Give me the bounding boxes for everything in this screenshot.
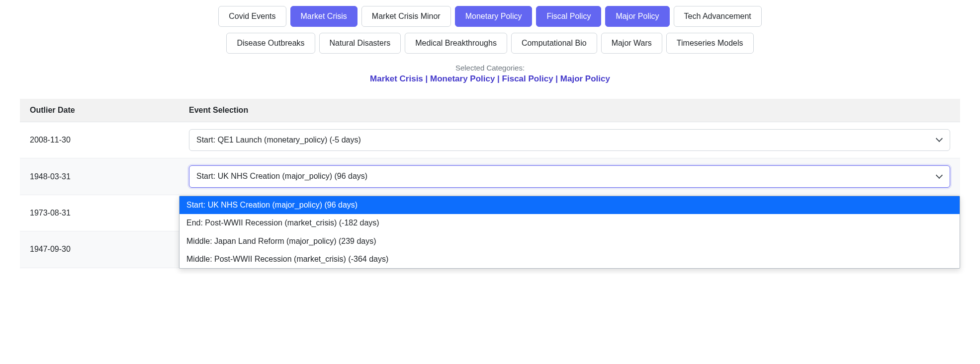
- table-row: 2008-11-30Start: QE1 Launch (monetary_po…: [20, 122, 960, 158]
- table-row: 1948-03-31Start: UK NHS Creation (major_…: [20, 158, 960, 195]
- header-outlier-date: Outlier Date: [20, 99, 179, 122]
- event-select-value: Start: QE1 Launch (monetary_policy) (-5 …: [196, 136, 361, 144]
- outlier-date-cell: 2008-11-30: [20, 122, 179, 158]
- selected-summary-values: Market Crisis | Monetary Policy | Fiscal…: [20, 74, 960, 84]
- outlier-table-body: 2008-11-30Start: QE1 Launch (monetary_po…: [20, 122, 960, 268]
- event-selection-cell: Start: UK NHS Creation (major_policy) (9…: [179, 158, 960, 195]
- filter-button[interactable]: Timeseries Models: [666, 33, 754, 54]
- outlier-table: Outlier Date Event Selection 2008-11-30S…: [20, 99, 960, 268]
- filter-button[interactable]: Computational Bio: [511, 33, 597, 54]
- filter-button[interactable]: Disease Outbreaks: [226, 33, 315, 54]
- outlier-table-container: Outlier Date Event Selection 2008-11-30S…: [20, 99, 960, 268]
- chevron-down-icon: [937, 175, 943, 179]
- filter-button[interactable]: Market Crisis: [290, 6, 357, 27]
- filter-button[interactable]: Market Crisis Minor: [361, 6, 451, 27]
- filter-row-1: Covid EventsMarket CrisisMarket Crisis M…: [20, 6, 960, 27]
- filter-button[interactable]: Monetary Policy: [455, 6, 533, 27]
- selected-summary: Selected Categories: Market Crisis | Mon…: [20, 64, 960, 84]
- outlier-date-cell: 1947-09-30: [20, 231, 179, 268]
- chevron-down-icon: [937, 138, 943, 142]
- selected-summary-label: Selected Categories:: [20, 64, 960, 72]
- filter-button[interactable]: Covid Events: [218, 6, 286, 27]
- event-select-option[interactable]: End: Post-WWII Recession (market_crisis)…: [179, 214, 960, 232]
- filter-button[interactable]: Major Wars: [601, 33, 662, 54]
- outlier-date-cell: 1948-03-31: [20, 158, 179, 195]
- event-selection-cell: Start: QE1 Launch (monetary_policy) (-5 …: [179, 122, 960, 158]
- event-select-option[interactable]: Middle: Post-WWII Recession (market_cris…: [179, 250, 960, 268]
- filter-button[interactable]: Fiscal Policy: [536, 6, 601, 27]
- event-select[interactable]: Start: QE1 Launch (monetary_policy) (-5 …: [189, 129, 950, 151]
- filter-button[interactable]: Major Policy: [605, 6, 669, 27]
- filter-button[interactable]: Medical Breakthroughs: [405, 33, 507, 54]
- event-select-option[interactable]: Start: UK NHS Creation (major_policy) (9…: [179, 196, 960, 214]
- filter-button[interactable]: Natural Disasters: [319, 33, 401, 54]
- outlier-date-cell: 1973-08-31: [20, 195, 179, 231]
- event-select-value: Start: UK NHS Creation (major_policy) (9…: [196, 172, 367, 180]
- event-select-dropdown: Start: UK NHS Creation (major_policy) (9…: [179, 196, 960, 269]
- event-select-option[interactable]: Middle: Japan Land Reform (major_policy)…: [179, 232, 960, 250]
- event-select[interactable]: Start: UK NHS Creation (major_policy) (9…: [189, 165, 950, 187]
- filter-button[interactable]: Tech Advancement: [674, 6, 762, 27]
- header-event-selection: Event Selection: [179, 99, 960, 122]
- filter-row-2: Disease OutbreaksNatural DisastersMedica…: [20, 33, 960, 54]
